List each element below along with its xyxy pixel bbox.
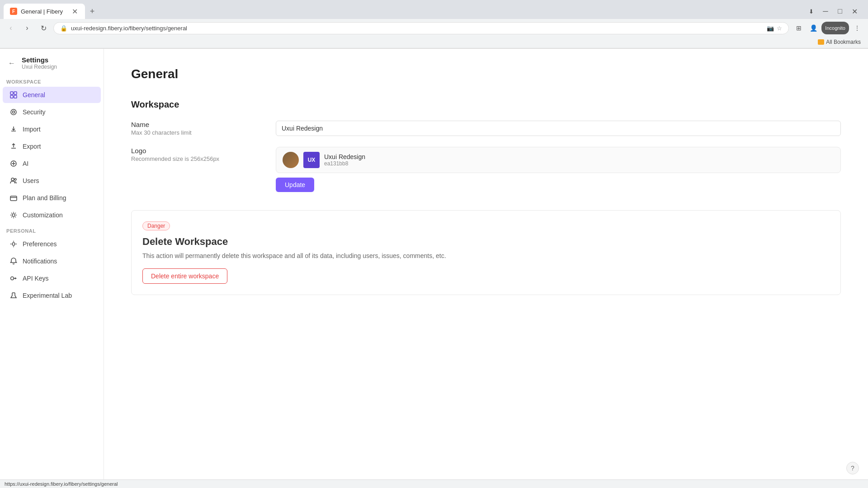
close-window-button[interactable]: ✕ [848,5,861,18]
svg-rect-9 [10,196,17,201]
notifications-icon [9,257,18,266]
status-url: https://uxui-redesign.fibery.io/fibery/s… [5,481,118,487]
new-tab-button[interactable]: + [86,5,99,18]
minimize-button[interactable]: ─ [819,5,832,18]
workspace-section-title: Workspace [131,99,841,110]
app: ← Settings Uxui Redesign WORKSPACE Gener… [0,49,868,479]
import-label: Import [23,126,41,133]
name-label: Name [131,121,258,128]
name-form-row: Name Max 30 characters limit [131,121,841,136]
profile-button[interactable]: 👤 [807,22,820,34]
sidebar-item-customization[interactable]: Customization [3,207,101,223]
experimental-lab-icon [9,291,18,300]
export-label: Export [23,143,41,150]
tab-title: General | Fibery [21,8,67,15]
sidebar-header: ← Settings Uxui Redesign [0,49,104,75]
logo-avatar [283,152,299,168]
sidebar-item-plan-billing[interactable]: Plan and Billing [3,190,101,206]
star-icon[interactable]: ☆ [777,25,782,32]
sidebar-item-notifications[interactable]: Notifications [3,253,101,269]
address-bar-icons: 📷 ☆ [767,25,782,32]
restore-down-button[interactable]: ⬇ [805,5,817,18]
logo-workspace-name: Uxui Redesign [324,153,834,160]
active-tab[interactable]: F General | Fibery ✕ [4,4,85,19]
general-label: General [23,91,45,99]
sidebar-item-preferences[interactable]: Preferences [3,236,101,252]
extensions-button[interactable]: ⊞ [793,22,805,34]
svg-point-7 [11,178,14,181]
sidebar-item-import[interactable]: Import [3,121,101,137]
sidebar-item-users[interactable]: Users [3,173,101,189]
workspace-section: Workspace Name Max 30 characters limit L… [131,99,841,192]
export-icon [9,142,18,151]
plan-billing-label: Plan and Billing [23,194,66,202]
users-icon [9,176,18,185]
customization-label: Customization [23,211,63,219]
ai-label: AI [23,160,28,167]
logo-initials: UX [303,152,320,168]
bookmark-folder-icon [818,39,824,45]
sidebar-header-text: Settings Uxui Redesign [22,56,57,70]
logo-hash: ea131bb8 [324,160,834,167]
status-bar: https://uxui-redesign.fibery.io/fibery/s… [0,479,868,488]
settings-title: Settings [22,56,57,64]
main-content: General Workspace Name Max 30 characters… [104,49,868,479]
sidebar-item-security[interactable]: Security [3,104,101,120]
sidebar-item-export[interactable]: Export [3,138,101,155]
tab-close-button[interactable]: ✕ [71,7,79,15]
all-bookmarks-item[interactable]: All Bookmarks [815,38,863,46]
reload-button[interactable]: ↻ [37,22,50,34]
forward-button[interactable]: › [21,22,33,34]
svg-point-12 [11,277,14,280]
svg-point-4 [11,109,16,115]
tab-favicon: F [10,8,17,15]
import-icon [9,125,18,134]
api-keys-icon [9,274,18,283]
name-sublabel: Max 30 characters limit [131,129,258,136]
svg-point-10 [12,214,15,216]
logo-sublabel: Recommended size is 256x256px [131,155,258,162]
help-button[interactable]: ? [846,462,859,474]
svg-rect-3 [14,95,17,98]
update-logo-button[interactable]: Update [276,178,314,192]
api-keys-label: API Keys [23,275,49,282]
security-icon [9,108,18,117]
ai-icon [9,159,18,168]
maximize-button[interactable]: □ [834,5,846,18]
bookmarks-bar: All Bookmarks [0,37,868,48]
logo-info: Uxui Redesign ea131bb8 [324,153,834,167]
address-bar-row: ‹ › ↻ 🔒 uxui-redesign.fibery.io/fibery/s… [0,19,868,37]
back-to-workspace-button[interactable]: ← [6,58,17,69]
svg-rect-0 [10,92,13,94]
name-control-col [276,121,841,136]
svg-point-8 [14,178,16,180]
name-input[interactable] [276,121,841,136]
security-label: Security [23,108,46,116]
sidebar-item-experimental-lab[interactable]: Experimental Lab [3,287,101,304]
users-label: Users [23,177,39,184]
sidebar-item-general[interactable]: General [3,87,101,103]
logo-form-row: Logo Recommended size is 256x256px UX Ux… [131,147,841,192]
back-button[interactable]: ‹ [5,22,17,34]
address-bar[interactable]: 🔒 uxui-redesign.fibery.io/fibery/setting… [53,22,789,34]
sidebar: ← Settings Uxui Redesign WORKSPACE Gener… [0,49,104,479]
lock-icon: 🔒 [60,25,67,32]
general-icon [9,90,18,99]
incognito-label-button[interactable]: Incognito [821,22,849,34]
svg-rect-1 [14,92,17,94]
delete-workspace-title: Delete Workspace [142,236,830,248]
delete-workspace-button[interactable]: Delete entire workspace [142,268,227,284]
all-bookmarks-label: All Bookmarks [826,39,861,45]
name-label-col: Name Max 30 characters limit [131,121,258,136]
sidebar-item-ai[interactable]: AI [3,155,101,172]
personal-section-label: PERSONAL [0,224,104,235]
notifications-label: Notifications [23,258,57,265]
logo-label: Logo [131,147,258,155]
svg-point-11 [12,243,15,245]
menu-button[interactable]: ⋮ [851,22,863,34]
right-icons: ⊞ 👤 Incognito ⋮ [793,22,863,34]
page-title: General [131,67,841,81]
logo-display-row: UX Uxui Redesign ea131bb8 [276,147,841,173]
sidebar-item-api-keys[interactable]: API Keys [3,270,101,286]
svg-rect-2 [10,95,13,98]
